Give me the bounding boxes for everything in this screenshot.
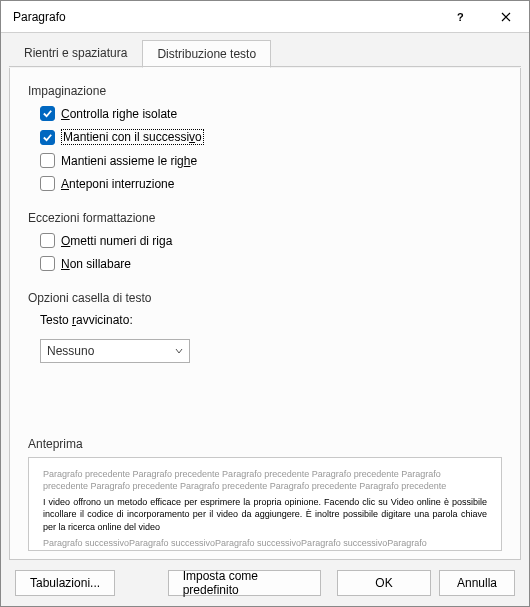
tab-text-flow[interactable]: Distribuzione testo [142,40,271,68]
keep-with-next-checkbox[interactable] [40,130,55,145]
keep-with-next-row[interactable]: Mantieni con il successivo [40,129,502,145]
dialog-title: Paragrafo [13,10,437,24]
preview-sample-text: I video offrono un metodo efficace per e… [43,496,487,532]
dialog-footer: Tabulazioni... Imposta come predefinito … [1,560,529,606]
widow-control-row[interactable]: Controlla righe isolate [40,106,502,121]
tab-strip: Rientri e spaziatura Distribuzione testo [1,33,529,67]
svg-text:?: ? [457,12,464,22]
pagination-group: Controlla righe isolate Mantieni con il … [28,106,502,191]
no-hyphenate-label: Non sillabare [61,257,131,271]
page-break-before-row[interactable]: Anteponi interruzione [40,176,502,191]
no-hyphenate-row[interactable]: Non sillabare [40,256,502,271]
tab-indent-spacing[interactable]: Rientri e spaziatura [9,39,142,67]
tight-wrap-row: Testo ravvicinato: [28,313,502,327]
suppress-line-numbers-checkbox[interactable] [40,233,55,248]
exceptions-group: Ometti numeri di riga Non sillabare [28,233,502,271]
preview-box: Paragrafo precedente Paragrafo precedent… [28,457,502,551]
keep-lines-together-label: Mantieni assieme le righe [61,154,197,168]
tab-content: Impaginazione Controlla righe isolate Ma… [9,68,521,560]
paragraph-dialog: Paragrafo ? Rientri e spaziatura Distrib… [0,0,530,607]
preview-after-text: Paragrafo successivoParagrafo successivo… [43,537,487,551]
no-hyphenate-checkbox[interactable] [40,256,55,271]
widow-control-checkbox[interactable] [40,106,55,121]
keep-with-next-label: Mantieni con il successivo [61,129,204,145]
suppress-line-numbers-row[interactable]: Ometti numeri di riga [40,233,502,248]
preview-before-text: Paragrafo precedente Paragrafo precedent… [43,468,487,492]
section-preview: Anteprima [28,437,502,451]
section-textbox-options: Opzioni casella di testo [28,291,502,305]
tight-wrap-combo[interactable]: Nessuno [40,339,190,363]
close-button[interactable] [483,1,529,33]
ok-button[interactable]: OK [337,570,431,596]
set-default-button[interactable]: Imposta come predefinito [168,570,321,596]
suppress-line-numbers-label: Ometti numeri di riga [61,234,172,248]
tab-divider [9,66,521,67]
tight-wrap-label: Testo ravvicinato: [40,313,133,327]
chevron-down-icon [175,344,183,358]
widow-control-label: Controlla righe isolate [61,107,177,121]
keep-lines-together-checkbox[interactable] [40,153,55,168]
cancel-button[interactable]: Annulla [439,570,515,596]
page-break-before-label: Anteponi interruzione [61,177,174,191]
tight-wrap-value: Nessuno [47,344,94,358]
section-exceptions: Eccezioni formattazione [28,211,502,225]
titlebar: Paragrafo ? [1,1,529,33]
content-spacer [28,363,502,437]
page-break-before-checkbox[interactable] [40,176,55,191]
keep-lines-together-row[interactable]: Mantieni assieme le righe [40,153,502,168]
section-pagination: Impaginazione [28,84,502,98]
tabs-button[interactable]: Tabulazioni... [15,570,115,596]
help-button[interactable]: ? [437,1,483,33]
